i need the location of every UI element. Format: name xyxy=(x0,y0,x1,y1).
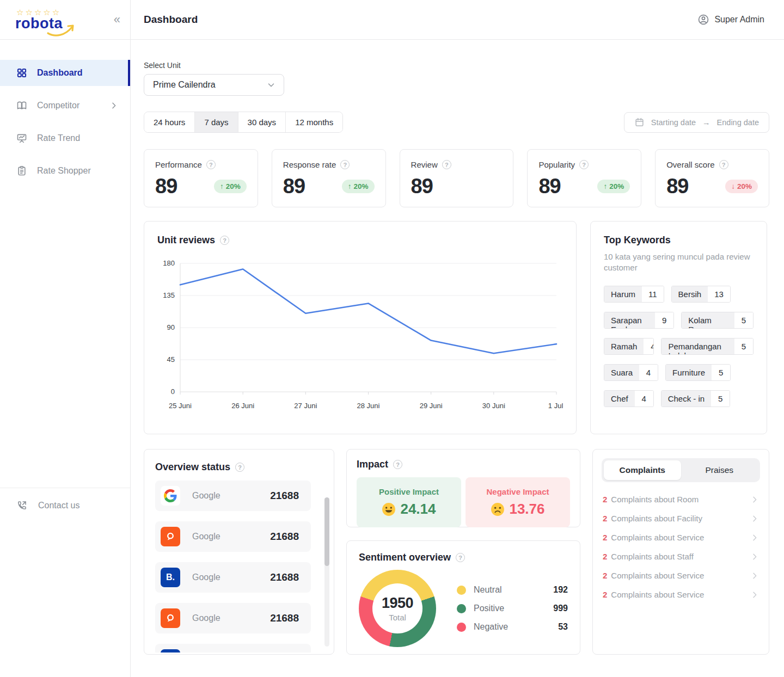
keyword-chip: Kolam Renang5 xyxy=(681,312,754,329)
chevron-right-icon xyxy=(750,552,759,561)
platform-value: 21688 xyxy=(270,612,299,624)
keyword-chip: Sarapan Enak9 xyxy=(604,312,674,329)
svg-text:180: 180 xyxy=(163,259,175,267)
sidebar-item-label: Rate Trend xyxy=(37,133,80,143)
donut-total-label: Total xyxy=(389,613,406,622)
help-icon[interactable]: ? xyxy=(442,160,451,169)
svg-text:25 Juni: 25 Juni xyxy=(169,402,192,410)
sidebar-collapse-button[interactable]: « xyxy=(114,13,120,27)
overview-row: Google 21688 xyxy=(155,521,311,552)
keyword-chip: Furniture5 xyxy=(665,364,731,381)
svg-text:1 Juli: 1 Juli xyxy=(548,402,563,410)
brand-logo: ☆☆☆☆☆ robota xyxy=(15,8,63,31)
contact-block: Contact us xyxy=(0,488,130,523)
stat-value: 89 xyxy=(411,175,433,198)
complaint-item[interactable]: 2 Complaints about Service xyxy=(602,585,760,604)
range-7-days-button[interactable]: 7 days xyxy=(195,112,238,132)
frowny-face-icon xyxy=(491,502,505,516)
platform-value: 21688 xyxy=(270,571,299,583)
content: Select Unit Prime Cailendra 24 hours 7 d… xyxy=(131,40,784,655)
svg-text:0: 0 xyxy=(171,387,175,396)
middle-column: Impact ? Positive Impact xyxy=(346,449,580,655)
help-icon[interactable]: ? xyxy=(393,460,402,469)
keyword-chip: Pemandangan Indah5 xyxy=(661,338,754,355)
contact-us-button[interactable]: Contact us xyxy=(0,488,130,523)
main-area: Dashboard Super Admin Select Unit Prime … xyxy=(131,0,784,677)
scrollbar-track[interactable] xyxy=(324,497,329,647)
scrollbar-thumb[interactable] xyxy=(324,497,329,566)
overview-status-list: Google 21688 Google 21688 xyxy=(155,481,323,653)
complaint-item[interactable]: 2 Complaints about Service xyxy=(602,528,760,547)
time-range-group: 24 hours 7 days 30 days 12 months xyxy=(144,112,343,133)
traveloka-icon xyxy=(161,527,180,546)
user-menu[interactable]: Super Admin xyxy=(697,14,764,26)
help-icon[interactable]: ? xyxy=(235,463,244,472)
sidebar-item-label: Rate Shopper xyxy=(37,166,91,176)
keyword-chip: Suara4 xyxy=(604,364,658,381)
svg-text:90: 90 xyxy=(167,323,175,331)
top-keywords-subtitle: 10 kata yang sering muncul pada review c… xyxy=(604,251,754,274)
help-icon[interactable]: ? xyxy=(340,160,350,169)
sidebar-item-dashboard[interactable]: Dashboard xyxy=(0,60,130,86)
range-12-months-button[interactable]: 12 months xyxy=(286,112,342,132)
impact-card: Impact ? Positive Impact xyxy=(346,449,580,527)
sidebar-item-competitor[interactable]: Competitor xyxy=(0,93,130,119)
select-unit-label: Select Unit xyxy=(144,61,769,70)
contact-us-label: Contact us xyxy=(38,501,79,510)
main-header: Dashboard Super Admin xyxy=(131,0,784,40)
page-title: Dashboard xyxy=(144,14,198,26)
sidebar-item-rate-shopper[interactable]: Rate Shopper xyxy=(0,158,130,184)
positive-impact-label: Positive Impact xyxy=(379,487,439,496)
book-icon xyxy=(16,100,27,111)
booking-icon: B. xyxy=(161,649,180,653)
stat-label: Review xyxy=(411,160,438,169)
date-range-picker[interactable]: Starting date → Ending date xyxy=(624,112,769,133)
help-icon[interactable]: ? xyxy=(719,160,728,169)
donut-total-value: 1950 xyxy=(382,595,413,612)
overview-row: B. Google 21688 xyxy=(155,562,311,593)
complaint-item[interactable]: 2 Complaints about Room xyxy=(602,490,760,509)
svg-text:45: 45 xyxy=(167,355,175,364)
complaint-item[interactable]: 2 Complaints about Staff xyxy=(602,547,760,566)
help-icon[interactable]: ? xyxy=(206,160,216,169)
range-30-days-button[interactable]: 30 days xyxy=(238,112,286,132)
traveloka-icon xyxy=(161,608,180,628)
help-icon[interactable]: ? xyxy=(456,553,465,562)
platform-label: Google xyxy=(192,613,258,623)
complaint-item[interactable]: 2 Complaints about Service xyxy=(602,566,760,585)
stat-card-popularity: Popularity? 89 ↑20% xyxy=(527,149,641,207)
unit-reviews-card: Unit reviews ? 0459013518025 Juni26 Juni… xyxy=(144,221,577,434)
legend-item-positive: Positive 999 xyxy=(457,604,568,613)
tab-complaints[interactable]: Complaints xyxy=(604,460,681,480)
sidebar-item-label: Competitor xyxy=(37,101,79,110)
arrow-right-icon: → xyxy=(702,118,710,127)
trend-up-badge: ↑20% xyxy=(214,180,247,193)
chevron-down-icon xyxy=(266,80,276,90)
booking-icon: B. xyxy=(161,568,180,587)
svg-text:29 Juni: 29 Juni xyxy=(420,402,443,410)
sentiment-overview-title: Sentiment overview xyxy=(359,552,451,563)
positive-impact-value: 24.14 xyxy=(400,501,436,518)
help-icon[interactable]: ? xyxy=(579,160,589,169)
chevron-right-icon xyxy=(750,533,759,542)
sidebar-item-rate-trend[interactable]: Rate Trend xyxy=(0,125,130,151)
unit-reviews-title: Unit reviews xyxy=(157,235,215,246)
tab-praises[interactable]: Praises xyxy=(681,460,758,480)
negative-impact-box: Negative Impact 13.76 xyxy=(465,477,570,527)
legend-item-negative: Negative 53 xyxy=(457,622,568,632)
keyword-chip: Bersih13 xyxy=(671,286,731,303)
top-keywords-title: Top Keywords xyxy=(604,235,671,246)
help-icon[interactable]: ? xyxy=(220,236,229,245)
platform-value: 21688 xyxy=(270,531,299,543)
trend-up-badge: ↑20% xyxy=(597,180,630,193)
range-24-hours-button[interactable]: 24 hours xyxy=(144,112,195,132)
sidebar-nav: Dashboard Competitor xyxy=(0,60,130,184)
trend-down-badge: ↓20% xyxy=(725,180,758,193)
platform-label: Google xyxy=(192,532,258,541)
row-bottom: Overview status ? Google xyxy=(144,449,769,655)
svg-text:135: 135 xyxy=(163,291,175,299)
complaint-item[interactable]: 2 Complaints about Facility xyxy=(602,509,760,528)
select-unit-dropdown[interactable]: Prime Cailendra xyxy=(144,74,284,96)
chevron-right-icon xyxy=(750,514,759,523)
sidebar-header: ☆☆☆☆☆ robota « xyxy=(0,0,130,40)
